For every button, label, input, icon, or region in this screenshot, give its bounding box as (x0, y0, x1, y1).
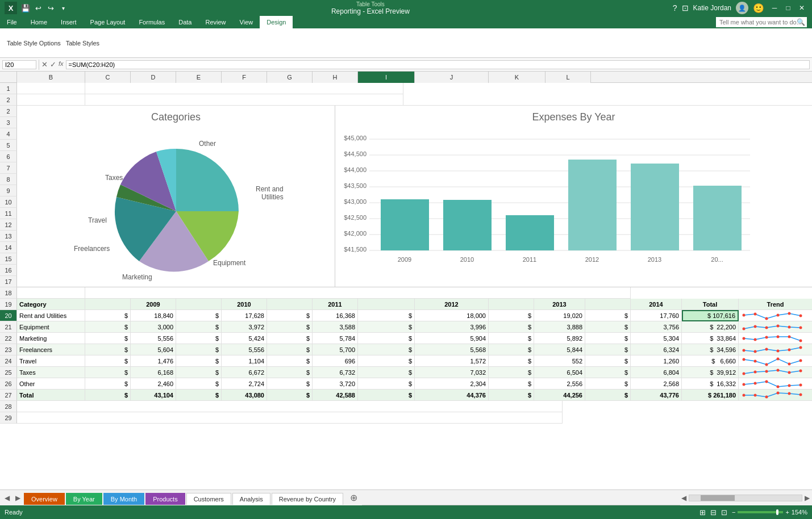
cell-l21[interactable]: 3,888 (534, 321, 585, 333)
cell-i24[interactable]: $ (358, 355, 415, 367)
tab-pagelayout[interactable]: Page Layout (84, 16, 132, 28)
tab-review[interactable]: Review (198, 16, 232, 28)
cell-e22[interactable]: $ (176, 333, 222, 344)
col-header-l[interactable]: L (546, 72, 591, 83)
cell-i26[interactable]: $ (358, 378, 415, 390)
cell-j19[interactable]: 2012 (415, 299, 489, 310)
tab-analysis[interactable]: Analysis (232, 493, 270, 505)
normal-view-icon[interactable]: ⊞ (699, 508, 706, 517)
cell-c1-merged[interactable] (85, 83, 403, 94)
cell-j24[interactable]: 1,572 (415, 355, 489, 367)
cell-c23[interactable]: $ (85, 344, 131, 355)
col-header-g[interactable]: G (267, 72, 313, 83)
redo-icon[interactable]: ↪ (45, 3, 56, 13)
cell-f21[interactable]: 3,972 (222, 321, 267, 333)
undo-icon[interactable]: ↩ (33, 3, 43, 13)
cell-c24[interactable]: $ (85, 355, 131, 367)
help-icon[interactable]: ? (673, 3, 677, 12)
cell-l26[interactable]: 2,556 (534, 378, 585, 390)
tab-home[interactable]: Home (24, 16, 54, 28)
cell-i23[interactable]: $ (358, 344, 415, 355)
insert-function-icon[interactable]: fx (59, 60, 64, 69)
cell-l25[interactable]: 6,504 (534, 367, 585, 378)
tab-add-button[interactable]: ⊕ (347, 492, 361, 503)
tab-formulas[interactable]: Formulas (132, 16, 172, 28)
cell-f23[interactable]: 5,556 (222, 344, 267, 355)
cell-c21[interactable]: $ (85, 321, 131, 333)
tab-by-month[interactable]: By Month (103, 493, 144, 505)
cell-k21[interactable]: $ (489, 321, 534, 333)
cell-o20-total[interactable]: $ 107,616 (682, 310, 739, 321)
cell-d25[interactable]: 6,168 (131, 367, 176, 378)
col-header-i[interactable]: I (358, 72, 415, 83)
cell-i21[interactable]: $ (358, 321, 415, 333)
cell-g21[interactable]: $ (267, 321, 313, 333)
col-header-b[interactable]: B (17, 72, 85, 83)
cell-b19[interactable]: Category (17, 299, 85, 310)
ribbon-search[interactable]: 🔍 (716, 17, 805, 27)
cell-k22[interactable]: $ (489, 333, 534, 344)
cell-f20[interactable]: 17,628 (222, 310, 267, 321)
cell-k19[interactable] (489, 299, 534, 310)
zoom-out-icon[interactable]: − (732, 509, 735, 516)
customize-icon[interactable]: ▾ (58, 3, 68, 13)
col-header-d[interactable]: D (131, 72, 176, 83)
cell-j27[interactable]: 44,376 (415, 390, 489, 401)
cell-g19[interactable] (267, 299, 313, 310)
tab-overview[interactable]: Overview (24, 493, 65, 505)
scroll-bar[interactable] (689, 495, 802, 501)
cell-g22[interactable]: $ (267, 333, 313, 344)
cell-j22[interactable]: 5,904 (415, 333, 489, 344)
cell-k27[interactable]: $ (489, 390, 534, 401)
cell-n27[interactable]: 43,776 (631, 390, 682, 401)
col-header-e[interactable]: E (176, 72, 222, 83)
cell-h21[interactable]: 3,588 (313, 321, 358, 333)
cell-d26[interactable]: 2,460 (131, 378, 176, 390)
col-header-k[interactable]: K (489, 72, 546, 83)
cell-m20[interactable]: $ (585, 310, 631, 321)
cell-i22[interactable]: $ (358, 333, 415, 344)
cell-b24[interactable]: Travel (17, 355, 85, 367)
cell-l19[interactable]: 2013 (534, 299, 585, 310)
col-header-h[interactable]: H (313, 72, 358, 83)
zoom-slider[interactable] (738, 511, 783, 513)
cell-m23[interactable]: $ (585, 344, 631, 355)
cell-l24[interactable]: 552 (534, 355, 585, 367)
cell-d23[interactable]: 5,604 (131, 344, 176, 355)
cell-e25[interactable]: $ (176, 367, 222, 378)
cell-b23[interactable]: Freelancers (17, 344, 85, 355)
cell-b29[interactable] (17, 412, 563, 424)
tab-design[interactable]: Design (260, 16, 293, 28)
cell-e20[interactable]: $ (176, 310, 222, 321)
cell-n25[interactable]: 6,804 (631, 367, 682, 378)
cell-l22[interactable]: 5,892 (534, 333, 585, 344)
page-layout-icon[interactable]: ⊟ (710, 508, 717, 517)
cell-g26[interactable]: $ (267, 378, 313, 390)
cell-g23[interactable]: $ (267, 344, 313, 355)
cell-k20[interactable]: $ (489, 310, 534, 321)
cell-n19[interactable]: 2014 (631, 299, 682, 310)
tab-insert[interactable]: Insert (54, 16, 84, 28)
cell-b22[interactable]: Marketing (17, 333, 85, 344)
tab-customers[interactable]: Customers (186, 493, 231, 505)
cell-b2[interactable] (17, 94, 85, 106)
cell-d21[interactable]: 3,000 (131, 321, 176, 333)
cell-reference[interactable] (2, 60, 36, 69)
cell-h23[interactable]: 5,700 (313, 344, 358, 355)
cell-j26[interactable]: 2,304 (415, 378, 489, 390)
cell-h25[interactable]: 6,732 (313, 367, 358, 378)
cell-m22[interactable]: $ (585, 333, 631, 344)
cell-g20[interactable]: $ (267, 310, 313, 321)
close-button[interactable]: ✕ (796, 2, 807, 14)
tab-products[interactable]: Products (145, 493, 185, 505)
cell-h24[interactable]: 696 (313, 355, 358, 367)
search-input[interactable] (716, 17, 807, 27)
cell-d27[interactable]: 43,104 (131, 390, 176, 401)
cell-j21[interactable]: 3,996 (415, 321, 489, 333)
cell-e24[interactable]: $ (176, 355, 222, 367)
cell-c26[interactable]: $ (85, 378, 131, 390)
cell-f22[interactable]: 5,424 (222, 333, 267, 344)
formula-input[interactable] (66, 60, 810, 69)
cell-j25[interactable]: 7,032 (415, 367, 489, 378)
cell-p19[interactable]: Trend (739, 299, 812, 310)
